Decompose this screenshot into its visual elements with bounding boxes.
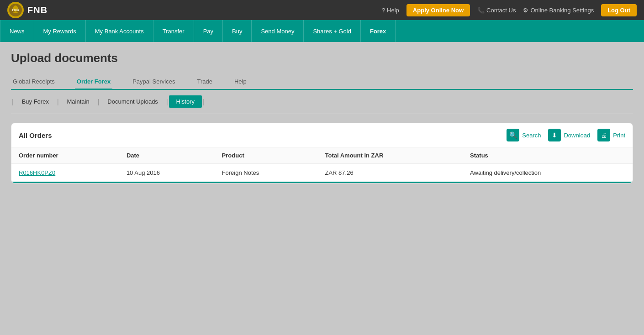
table-header-2: Product	[215, 147, 318, 164]
print-button[interactable]: 🖨 Print	[597, 129, 625, 141]
order-date: 10 Aug 2016	[119, 164, 215, 183]
download-label: Download	[564, 132, 590, 139]
apply-online-button[interactable]: Apply Online Now	[406, 4, 470, 16]
order-number[interactable]: R016HK0PZ0	[11, 164, 119, 183]
nav-divider-end: |	[203, 98, 205, 105]
nav-item-buy[interactable]: Buy	[223, 20, 252, 42]
search-button[interactable]: 🔍 Search	[507, 129, 541, 141]
nav-divider-0: |	[57, 98, 59, 105]
fnb-logo: FNB	[7, 2, 24, 18]
page-title: Upload documents	[11, 51, 633, 65]
order-product: Foreign Notes	[215, 164, 318, 183]
nav-item-my-bank-accounts[interactable]: My Bank Accounts	[86, 20, 153, 42]
orders-header: All Orders 🔍 Search ⬇ Download 🖨 Print	[11, 123, 633, 147]
order-amount: ZAR 87.26	[317, 164, 463, 183]
second-nav-item-history[interactable]: History	[169, 95, 202, 108]
help-link[interactable]: ? Help	[382, 7, 399, 14]
search-icon: 🔍	[507, 129, 519, 141]
sub-tab-global-receipts[interactable]: Global Receipts	[11, 74, 57, 90]
nav-item-transfer[interactable]: Transfer	[153, 20, 194, 42]
sub-tab-trade[interactable]: Trade	[195, 74, 214, 90]
nav-divider-2: |	[166, 98, 168, 105]
svg-text:FNB: FNB	[12, 8, 19, 11]
print-icon: 🖨	[597, 129, 610, 141]
contact-label: Contact Us	[486, 7, 516, 14]
sub-tab-paypal-services[interactable]: Paypal Services	[131, 74, 177, 90]
print-label: Print	[613, 132, 625, 139]
main-nav: NewsMy RewardsMy Bank AccountsTransferPa…	[0, 20, 644, 42]
second-nav-item-buy-forex[interactable]: Buy Forex	[15, 96, 56, 107]
main-content: Upload documents Global ReceiptsOrder Fo…	[0, 42, 644, 193]
nav-divider-start: |	[12, 98, 14, 105]
help-label: Help	[387, 7, 399, 14]
second-nav-item-maintain[interactable]: Maintain	[60, 96, 97, 107]
gear-icon: ⚙	[523, 7, 528, 14]
settings-label: Online Banking Settings	[530, 7, 594, 14]
sub-tabs: Global ReceiptsOrder ForexPaypal Service…	[11, 74, 633, 90]
top-actions: ? Help Apply Online Now 📞 Contact Us ⚙ O…	[382, 4, 637, 16]
orders-panel: All Orders 🔍 Search ⬇ Download 🖨 Print	[11, 123, 633, 183]
help-icon: ?	[382, 7, 385, 14]
search-label: Search	[522, 132, 541, 139]
nav-item-news[interactable]: News	[0, 20, 34, 42]
sub-tab-help[interactable]: Help	[232, 74, 248, 90]
phone-icon: 📞	[477, 7, 485, 14]
second-nav-item-document-uploads[interactable]: Document Uploads	[100, 96, 165, 107]
second-nav: | Buy Forex|Maintain|Document Uploads|Hi…	[11, 90, 633, 114]
order-status: Awaiting delivery/collection	[463, 164, 633, 183]
table-head: Order numberDateProductTotal Amount in Z…	[11, 147, 633, 164]
orders-title: All Orders	[19, 131, 507, 139]
contact-link[interactable]: 📞 Contact Us	[477, 7, 516, 14]
table-row: R016HK0PZ010 Aug 2016Foreign NotesZAR 87…	[11, 164, 633, 183]
nav-item-shares-gold[interactable]: Shares + Gold	[304, 20, 360, 42]
settings-link[interactable]: ⚙ Online Banking Settings	[523, 7, 594, 14]
order-number-link[interactable]: R016HK0PZ0	[19, 169, 55, 176]
logo-text: FNB	[27, 5, 48, 16]
table-header-1: Date	[119, 147, 215, 164]
nav-divider-1: |	[98, 98, 100, 105]
table-body: R016HK0PZ010 Aug 2016Foreign NotesZAR 87…	[11, 164, 633, 183]
orders-table: Order numberDateProductTotal Amount in Z…	[11, 147, 633, 183]
sub-tab-order-forex[interactable]: Order Forex	[75, 74, 112, 90]
nav-item-my-rewards[interactable]: My Rewards	[34, 20, 86, 42]
nav-item-forex[interactable]: Forex	[361, 20, 396, 42]
top-bar: FNB FNB ? Help Apply Online Now 📞 Contac…	[0, 0, 644, 20]
download-icon: ⬇	[548, 129, 561, 141]
table-header-row: Order numberDateProductTotal Amount in Z…	[11, 147, 633, 164]
logout-button[interactable]: Log Out	[601, 4, 637, 16]
orders-actions: 🔍 Search ⬇ Download 🖨 Print	[507, 129, 625, 141]
table-header-0: Order number	[11, 147, 119, 164]
nav-item-send-money[interactable]: Send Money	[252, 20, 304, 42]
download-button[interactable]: ⬇ Download	[548, 129, 590, 141]
nav-item-pay[interactable]: Pay	[194, 20, 223, 42]
table-header-3: Total Amount in ZAR	[317, 147, 463, 164]
logo-area: FNB FNB	[7, 2, 382, 18]
table-header-4: Status	[463, 147, 633, 164]
